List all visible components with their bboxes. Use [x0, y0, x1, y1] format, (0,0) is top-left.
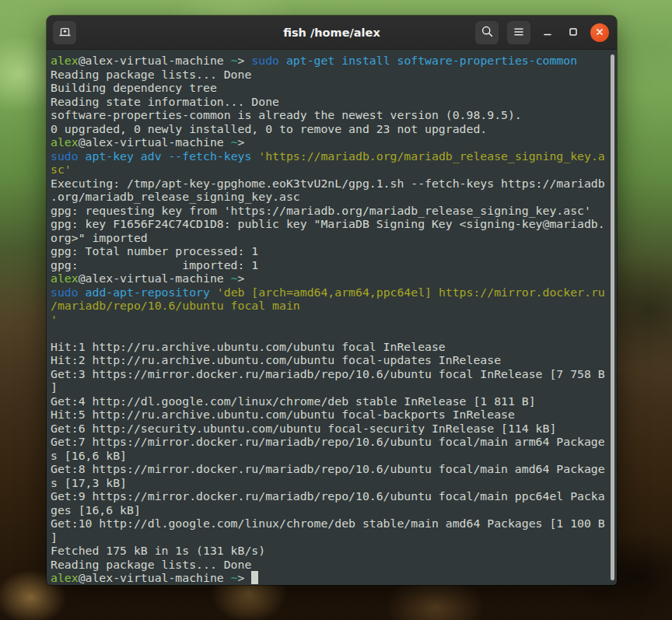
terminal-text: 'deb [arch=amd64,arm64,ppc64el] https://…: [217, 285, 605, 299]
close-button[interactable]: [590, 23, 609, 42]
terminal-text: >: [238, 135, 245, 149]
search-icon: [481, 25, 494, 40]
menu-button[interactable]: [507, 21, 530, 44]
terminal-text: @alex-virtual-machine: [79, 571, 231, 584]
terminal-text: Get:10 http://dl.google.com/linux/chrome…: [51, 517, 605, 530]
terminal-text: 'https://mariadb.org/mariadb_release_sig…: [258, 149, 604, 163]
terminal-line: ': [51, 313, 612, 327]
terminal-text: .org/mariadb_release_signing_key.asc: [51, 190, 300, 203]
terminal-line: Get:9 https://mirror.docker.ru/mariadb/r…: [51, 489, 612, 503]
terminal-text: ]: [51, 380, 58, 394]
new-tab-button[interactable]: [53, 21, 76, 44]
terminal-text: alex: [51, 571, 79, 584]
terminal-text: >: [238, 571, 252, 584]
terminal-text: Get:9 https://mirror.docker.ru/mariadb/r…: [51, 489, 605, 503]
terminal-text: [279, 54, 286, 67]
terminal-text: Reading state information... Done: [51, 95, 279, 108]
terminal-text: ': [51, 313, 58, 326]
desktop-background: fish /home/alex: [0, 0, 672, 620]
titlebar[interactable]: fish /home/alex: [47, 16, 617, 50]
terminal-text: sc': [51, 163, 72, 176]
terminal-text: ~: [231, 271, 238, 285]
terminal-line: Get:3 https://mirror.docker.ru/mariadb/r…: [51, 367, 612, 381]
terminal-line: org>" imported: [51, 231, 612, 245]
terminal-line: Get:7 https://mirror.docker.ru/mariadb/r…: [51, 435, 612, 449]
terminal-text: @alex-virtual-machine: [79, 271, 231, 285]
hamburger-menu-icon: [513, 26, 525, 40]
terminal-text: ~: [231, 135, 238, 149]
terminal-text: org>" imported: [51, 231, 148, 244]
maximize-icon: [568, 26, 579, 40]
terminal-line: alex@alex-virtual-machine ~>: [51, 571, 612, 585]
terminal-text: ~: [231, 571, 238, 584]
terminal-text: sudo: [251, 54, 279, 67]
terminal-line: software-properties-common is already th…: [51, 108, 612, 122]
terminal-text: Executing: /tmp/apt-key-gpghome.eoK3tvU2…: [51, 177, 605, 190]
minimize-button[interactable]: [539, 21, 556, 44]
terminal-text: Fetched 175 kB in 1s (131 kB/s): [51, 544, 265, 557]
terminal-window: fish /home/alex: [47, 16, 617, 585]
terminal-text: s [17,3 kB]: [51, 476, 127, 489]
terminal-line: Hit:1 http://ru.archive.ubuntu.com/ubunt…: [51, 340, 612, 354]
terminal-line: sc': [51, 163, 612, 177]
terminal-text: s [16,6 kB]: [51, 449, 127, 462]
terminal-line: ]: [51, 380, 612, 394]
terminal-text: gpg: imported: 1: [51, 258, 258, 271]
terminal-line: gpg: imported: 1: [51, 258, 612, 272]
terminal-text: >: [238, 54, 252, 67]
search-button[interactable]: [475, 21, 499, 44]
terminal-text: Hit:5 http://ru.archive.ubuntu.com/ubunt…: [51, 408, 515, 421]
terminal-text: Get:6 http://security.ubuntu.com/ubuntu …: [51, 422, 556, 435]
terminal-line: ges [16,6 kB]: [51, 503, 612, 517]
terminal-text: sudo: [51, 149, 79, 163]
terminal-text: ges [16,6 kB]: [51, 503, 141, 517]
terminal-line: Get:6 http://security.ubuntu.com/ubuntu …: [51, 422, 612, 436]
terminal-text: @alex-virtual-machine: [79, 135, 231, 149]
terminal-line: Get:8 https://mirror.docker.ru/mariadb/r…: [51, 462, 612, 476]
terminal-text: apt-get install software-properties-comm…: [286, 54, 577, 67]
scrollbar[interactable]: [611, 54, 614, 580]
terminal-text: Reading package lists... Done: [51, 558, 251, 571]
terminal-text: @alex-virtual-machine: [79, 54, 231, 67]
terminal-text: Building dependency tree: [51, 81, 217, 94]
terminal-text: [79, 285, 86, 299]
terminal-text: sudo: [51, 285, 79, 299]
terminal-text: Get:4 http://dl.google.com/linux/chrome/…: [51, 394, 536, 408]
terminal-line: alex@alex-virtual-machine ~>: [51, 271, 612, 285]
terminal-text: ~: [231, 54, 238, 67]
terminal-line: alex@alex-virtual-machine ~>: [51, 135, 612, 149]
terminal-line: sudo add-apt-repository 'deb [arch=amd64…: [51, 285, 612, 299]
maximize-button[interactable]: [565, 21, 582, 44]
terminal-text: ]: [51, 531, 58, 544]
close-icon: [594, 26, 605, 40]
terminal-line: Reading state information... Done: [51, 95, 612, 109]
terminal-line: alex@alex-virtual-machine ~> sudo apt-ge…: [51, 54, 612, 68]
terminal-line: gpg: key F1656F24C74CD1D8: public key "M…: [51, 217, 612, 231]
new-tab-icon: [58, 25, 72, 40]
terminal-line: .org/mariadb_release_signing_key.asc: [51, 190, 612, 204]
terminal-text: Get:8 https://mirror.docker.ru/mariadb/r…: [51, 462, 605, 475]
terminal-line: Reading package lists... Done: [51, 68, 612, 82]
terminal-line: s [17,3 kB]: [51, 476, 612, 490]
terminal-line: sudo apt-key adv --fetch-keys 'https://m…: [51, 149, 612, 163]
terminal-text: /mariadb/repo/10.6/ubuntu focal main: [51, 299, 300, 312]
terminal-line: Executing: /tmp/apt-key-gpghome.eoK3tvU2…: [51, 177, 612, 191]
terminal-line: Get:4 http://dl.google.com/linux/chrome/…: [51, 394, 612, 408]
terminal-line: Fetched 175 kB in 1s (131 kB/s): [51, 544, 612, 558]
terminal-text: Reading package lists... Done: [51, 68, 251, 81]
terminal-line: Hit:2 http://ru.archive.ubuntu.com/ubunt…: [51, 353, 612, 367]
terminal-line: Hit:5 http://ru.archive.ubuntu.com/ubunt…: [51, 408, 612, 422]
terminal-line: Get:10 http://dl.google.com/linux/chrome…: [51, 517, 612, 531]
terminal-text: gpg: requesting key from 'https://mariad…: [51, 204, 591, 217]
minimize-icon: [542, 26, 553, 40]
terminal-text: alex: [51, 135, 79, 149]
terminal-content[interactable]: alex@alex-virtual-machine ~> sudo apt-ge…: [47, 50, 617, 585]
terminal-line: gpg: requesting key from 'https://mariad…: [51, 204, 612, 218]
terminal-text: [79, 149, 86, 163]
terminal-text: alex: [51, 54, 79, 67]
terminal-text: Hit:1 http://ru.archive.ubuntu.com/ubunt…: [51, 340, 446, 353]
terminal-line: Reading package lists... Done: [51, 558, 612, 572]
terminal-line: gpg: Total number processed: 1: [51, 244, 612, 258]
terminal-text: gpg: key F1656F24C74CD1D8: public key "M…: [51, 217, 605, 230]
terminal-line: Building dependency tree: [51, 81, 612, 95]
